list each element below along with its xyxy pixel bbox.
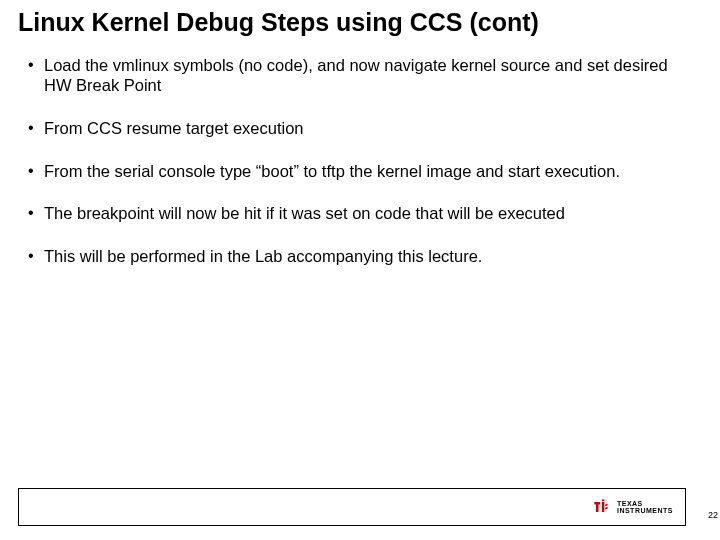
ti-logo-text: TEXAS INSTRUMENTS	[617, 500, 673, 514]
ti-logo: TEXAS INSTRUMENTS	[591, 497, 673, 517]
ti-chip-icon	[591, 497, 611, 517]
bullet-item: Load the vmlinux symbols (no code), and …	[26, 55, 694, 96]
svg-rect-0	[602, 502, 605, 512]
bullet-item: This will be performed in the Lab accomp…	[26, 246, 694, 267]
bullet-list: Load the vmlinux symbols (no code), and …	[18, 55, 702, 267]
bullet-item: From the serial console type “boot” to t…	[26, 161, 694, 182]
bullet-item: The breakpoint will now be hit if it was…	[26, 203, 694, 224]
page-number: 22	[708, 510, 718, 520]
ti-logo-line2: INSTRUMENTS	[617, 507, 673, 514]
svg-rect-1	[602, 500, 605, 502]
bullet-item: From CCS resume target execution	[26, 118, 694, 139]
slide: Linux Kernel Debug Steps using CCS (cont…	[0, 0, 720, 540]
footer-bar: TEXAS INSTRUMENTS	[18, 488, 686, 526]
ti-logo-line1: TEXAS	[617, 500, 673, 507]
slide-title: Linux Kernel Debug Steps using CCS (cont…	[18, 8, 702, 37]
